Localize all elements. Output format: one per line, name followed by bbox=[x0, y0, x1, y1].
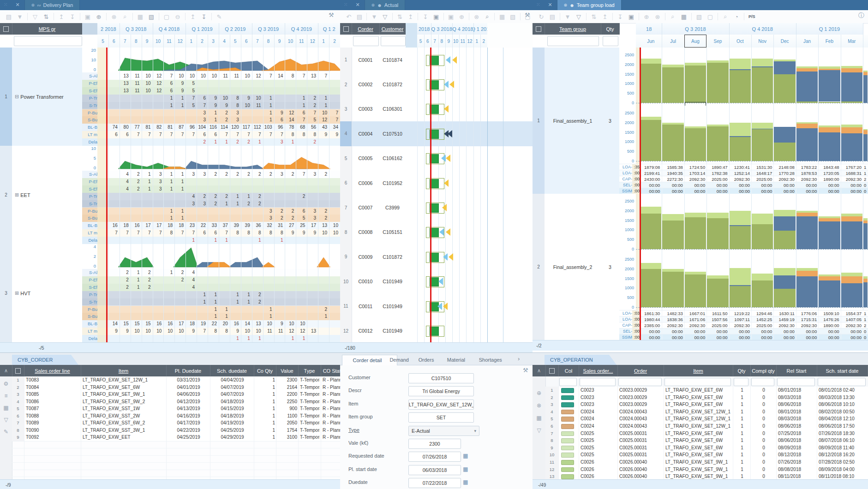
grid-value-cell[interactable]: 81 bbox=[163, 124, 173, 131]
load-bar-segment[interactable] bbox=[819, 125, 840, 127]
grid-value-cell[interactable]: 6 bbox=[197, 95, 206, 101]
grid-value-cell[interactable]: 10 bbox=[241, 328, 250, 334]
export-icon[interactable]: ↥ bbox=[600, 12, 610, 21]
filter-off-icon[interactable]: ▽ bbox=[574, 12, 584, 21]
grid-value-cell[interactable]: 6 bbox=[296, 208, 305, 215]
order-row[interactable]: 4C0004C107510 bbox=[340, 121, 533, 146]
load-bar-segment[interactable] bbox=[662, 125, 683, 161]
gear-icon[interactable]: ⚙ bbox=[2, 381, 10, 388]
grid-value-cell[interactable]: 9 bbox=[186, 328, 195, 334]
grid-value-cell[interactable]: 5 bbox=[186, 80, 195, 87]
grid-value-cell[interactable]: 2 bbox=[197, 193, 206, 200]
grid-value-cell[interactable]: 5 bbox=[186, 102, 195, 109]
funnel-icon[interactable]: ▽ bbox=[535, 427, 543, 435]
grid-value-cell[interactable]: 6 bbox=[197, 131, 206, 138]
wrench-icon[interactable]: ⚒ bbox=[525, 12, 530, 18]
gantt-marker-cyan[interactable] bbox=[441, 155, 446, 162]
customer-filter-input[interactable] bbox=[381, 36, 406, 46]
grid-value-cell[interactable]: 8 bbox=[230, 95, 239, 101]
grid-value-cell[interactable]: 1 bbox=[174, 186, 184, 192]
grid-value-cell[interactable]: 1 bbox=[197, 292, 206, 298]
load-bar-segment[interactable] bbox=[796, 216, 818, 249]
field-input-customer[interactable]: C107510 bbox=[408, 373, 474, 383]
grid-value-cell[interactable]: 16 bbox=[153, 321, 162, 327]
grid-value-cell[interactable]: 2 bbox=[120, 277, 129, 283]
grid-value-cell[interactable]: 1 bbox=[163, 171, 173, 178]
grid-value-cell[interactable]: 10 bbox=[163, 328, 173, 334]
load-bar-segment[interactable] bbox=[863, 134, 868, 161]
load-bar-segment[interactable] bbox=[662, 221, 683, 249]
grid-value-cell[interactable]: 1 bbox=[263, 102, 272, 109]
grid-value-cell[interactable]: 112 bbox=[252, 124, 261, 131]
grid-value-cell[interactable]: 1 bbox=[174, 208, 184, 215]
load-bar-segment[interactable] bbox=[841, 221, 862, 249]
grid-value-cell[interactable]: 7 bbox=[263, 73, 272, 79]
grid-value-cell[interactable]: 77 bbox=[131, 124, 140, 131]
order-row[interactable]: 3C0003C106301 bbox=[340, 97, 533, 122]
grid-value-cell[interactable]: 2 bbox=[131, 186, 140, 192]
grid-value-cell[interactable]: 5 bbox=[296, 215, 305, 221]
add-icon[interactable]: ⊕ bbox=[94, 12, 104, 21]
column-header-co-qty[interactable]: Co Qty bbox=[254, 365, 276, 376]
grid-value-cell[interactable]: 2 bbox=[131, 179, 140, 185]
grid-value-cell[interactable]: 7 bbox=[163, 131, 173, 138]
grid-value-cell[interactable]: 9 bbox=[230, 328, 239, 334]
wrench-icon[interactable]: ⚒ bbox=[329, 12, 334, 18]
grid-value-cell[interactable]: 12 bbox=[285, 328, 294, 334]
grid-value-cell[interactable]: 6 bbox=[274, 117, 283, 123]
load-bar-segment[interactable] bbox=[819, 66, 840, 69]
grid-value-cell[interactable]: 1 bbox=[252, 237, 261, 244]
load-bar-segment[interactable] bbox=[752, 274, 773, 280]
copy-icon[interactable]: ▣ bbox=[83, 12, 93, 21]
grid-value-cell[interactable]: 13 bbox=[307, 328, 316, 334]
grid-value-cell[interactable]: 4 bbox=[186, 269, 195, 276]
load-bar-segment[interactable] bbox=[752, 129, 773, 161]
load-bar-segment[interactable] bbox=[774, 231, 795, 249]
load-bar-segment[interactable] bbox=[707, 63, 728, 103]
grid-value-cell[interactable]: 6 bbox=[108, 131, 118, 138]
copy-icon[interactable]: ▣ bbox=[431, 12, 441, 21]
grid-value-cell[interactable]: 3 bbox=[153, 179, 162, 185]
filter-input[interactable] bbox=[734, 378, 748, 386]
order-row[interactable]: 12C0012C101949 bbox=[340, 318, 533, 343]
gantt-marker-yellow[interactable] bbox=[444, 105, 449, 113]
grid-value-cell[interactable]: 1 bbox=[230, 335, 239, 342]
load-bar-segment[interactable] bbox=[685, 274, 706, 307]
load-bar-segment[interactable] bbox=[685, 63, 706, 66]
column-header-sch-start-date[interactable]: Sch. start date bbox=[817, 365, 868, 376]
load-bar-segment[interactable] bbox=[841, 276, 862, 283]
grid-value-cell[interactable]: 7 bbox=[197, 328, 206, 334]
grid-icon[interactable]: ▦ bbox=[2, 405, 10, 412]
grid-value-cell[interactable]: 17 bbox=[174, 321, 184, 327]
image-icon[interactable]: ▤ bbox=[354, 12, 364, 21]
grid-value-cell[interactable]: 3 bbox=[153, 171, 162, 178]
gantt-marker-yellow[interactable] bbox=[449, 81, 454, 88]
grid-value-cell[interactable]: 7 bbox=[131, 230, 140, 236]
filter-input[interactable] bbox=[818, 378, 866, 386]
grid-value-cell[interactable]: 3 bbox=[307, 208, 316, 215]
grid-value-cell[interactable]: 6 bbox=[163, 80, 173, 87]
sales-order-row[interactable]: 6T0088LT_TRAFO_EXW_SST_2W04/16/201904/18… bbox=[12, 412, 340, 420]
load-bar-segment[interactable] bbox=[707, 125, 728, 126]
load-bar-segment[interactable] bbox=[841, 273, 862, 276]
grid-value-cell[interactable]: 10 bbox=[197, 73, 206, 79]
order-row[interactable]: 9C0009C101872 bbox=[340, 244, 533, 269]
filter-input[interactable] bbox=[664, 378, 731, 386]
load-bar-segment[interactable] bbox=[863, 129, 868, 130]
excel-icon[interactable]: ▦ bbox=[135, 12, 145, 21]
grid-value-cell[interactable]: 9 bbox=[174, 88, 184, 94]
column-header-value[interactable]: Value bbox=[276, 365, 299, 376]
list-icon[interactable]: ≡ bbox=[2, 393, 10, 400]
funnel-icon[interactable]: ▽ bbox=[2, 417, 10, 424]
mps-group-row[interactable]: 2⊞EET1050S-Al4213113322222232732P-Ef4213… bbox=[0, 146, 340, 244]
field-input-pl-start-date[interactable]: 06/03/2018 bbox=[408, 465, 461, 475]
operation-row[interactable]: 1C0023C0023.00029LT_TRAFO_EXW_EET_6W1008… bbox=[545, 387, 868, 394]
team-group-name-cell[interactable]: Final_assembly_1 bbox=[545, 48, 601, 194]
grid-value-cell[interactable]: 33 bbox=[208, 222, 217, 229]
order-row[interactable]: 1C0001C101874 bbox=[340, 48, 533, 72]
grid-value-cell[interactable]: 1 bbox=[230, 193, 239, 200]
grid-value-cell[interactable]: 81 bbox=[142, 124, 151, 131]
grid-value-cell[interactable]: 2 bbox=[274, 215, 283, 221]
load-bar-segment[interactable] bbox=[863, 218, 868, 220]
grid-value-cell[interactable]: 4 bbox=[186, 284, 195, 291]
